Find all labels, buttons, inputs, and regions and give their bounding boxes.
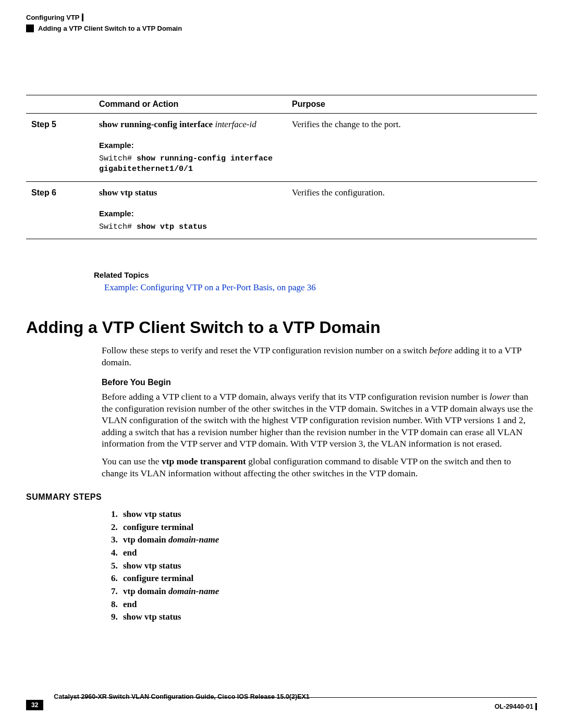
- step-bold: show vtp status: [123, 612, 181, 622]
- code-block: Switch# show vtp status: [99, 222, 282, 232]
- step-bold: vtp domain: [123, 586, 168, 596]
- purpose-cell: Verifies the change to the port.: [287, 114, 537, 182]
- steps-table-wrap: Command or Action Purpose Step 5 show ru…: [26, 95, 537, 239]
- step-bold: show vtp status: [123, 509, 181, 519]
- page-footer: 32 Catalyst 2960-XR Switch VLAN Configur…: [26, 697, 537, 710]
- table-row: Step 5 show running-config interface int…: [26, 114, 537, 182]
- bb1-a: Before adding a VTP client to a VTP doma…: [102, 391, 489, 402]
- bb2-a: You can use the: [102, 456, 162, 466]
- code-block: Switch# show running-config interface gi…: [99, 154, 282, 175]
- command-arg: interface-id: [213, 119, 256, 129]
- list-item: end: [120, 547, 537, 560]
- before-begin-heading: Before You Begin: [102, 377, 537, 388]
- th-command: Command or Action: [94, 95, 287, 114]
- footer-doc-title: Catalyst 2960-XR Switch VLAN Configurati…: [54, 693, 309, 700]
- steps-table: Command or Action Purpose Step 5 show ru…: [26, 95, 537, 239]
- before-begin-p1: Before adding a VTP client to a VTP doma…: [102, 391, 537, 449]
- bb1-italic: lower: [489, 391, 510, 402]
- related-topics: Related Topics Example: Configuring VTP …: [94, 270, 537, 293]
- intro-paragraph: Follow these steps to verify and reset t…: [102, 344, 537, 368]
- code-prompt: Switch#: [99, 154, 137, 163]
- intro-italic: before: [429, 345, 452, 355]
- table-header-row: Command or Action Purpose: [26, 95, 537, 114]
- list-item: vtp domain domain-name: [120, 585, 537, 598]
- list-item: show vtp status: [120, 611, 537, 624]
- step-bold: end: [123, 599, 137, 609]
- list-item: show vtp status: [120, 508, 537, 521]
- step-label: Step 5: [31, 120, 56, 129]
- command-bold: show vtp status: [99, 188, 157, 198]
- list-item: configure terminal: [120, 572, 537, 585]
- section-title: Adding a VTP Client Switch to a VTP Doma…: [26, 318, 537, 337]
- summary-heading: SUMMARY STEPS: [26, 492, 537, 502]
- related-title: Related Topics: [94, 270, 537, 279]
- list-item: show vtp status: [120, 560, 537, 573]
- section-crumb-text: Adding a VTP Client Switch to a VTP Doma…: [38, 24, 182, 32]
- purpose-cell: Verifies the configuration.: [287, 181, 537, 239]
- step-italic: domain-name: [168, 586, 219, 596]
- step-bold: vtp domain: [123, 535, 168, 545]
- step-bold: show vtp status: [123, 561, 181, 571]
- section-body: Follow these steps to verify and reset t…: [102, 344, 537, 479]
- th-purpose: Purpose: [287, 95, 537, 114]
- step-bold: configure terminal: [123, 573, 193, 583]
- list-item: end: [120, 598, 537, 611]
- code-prompt: Switch#: [99, 223, 137, 231]
- step-bold: end: [123, 548, 137, 558]
- before-begin-p2: You can use the vtp mode transparent glo…: [102, 455, 537, 479]
- list-item: configure terminal: [120, 521, 537, 534]
- step-bold: configure terminal: [123, 522, 193, 532]
- chapter-label: Configuring VTP: [26, 14, 83, 21]
- square-icon: [26, 24, 34, 32]
- step-italic: domain-name: [168, 535, 219, 545]
- related-link[interactable]: Example: Configuring VTP on a Per-Port B…: [104, 282, 537, 293]
- footer-doc-id: OL-29440-01: [495, 703, 537, 710]
- list-item: vtp domain domain-name: [120, 534, 537, 547]
- example-label: Example:: [99, 208, 282, 219]
- code-cmd: show vtp status: [137, 223, 207, 231]
- intro-a: Follow these steps to verify and reset t…: [102, 345, 429, 355]
- command-bold: show running-config interface: [99, 119, 213, 129]
- section-crumb: Adding a VTP Client Switch to a VTP Doma…: [26, 24, 537, 32]
- example-label: Example:: [99, 140, 282, 151]
- page-number: 32: [26, 700, 43, 710]
- summary-steps-list: show vtp status configure terminal vtp d…: [120, 508, 537, 624]
- step-label: Step 6: [31, 188, 56, 197]
- th-blank: [26, 95, 94, 114]
- table-row: Step 6 show vtp status Example: Switch# …: [26, 181, 537, 239]
- page-header: Configuring VTP: [26, 14, 537, 21]
- bb2-bold: vtp mode transparent: [162, 456, 246, 466]
